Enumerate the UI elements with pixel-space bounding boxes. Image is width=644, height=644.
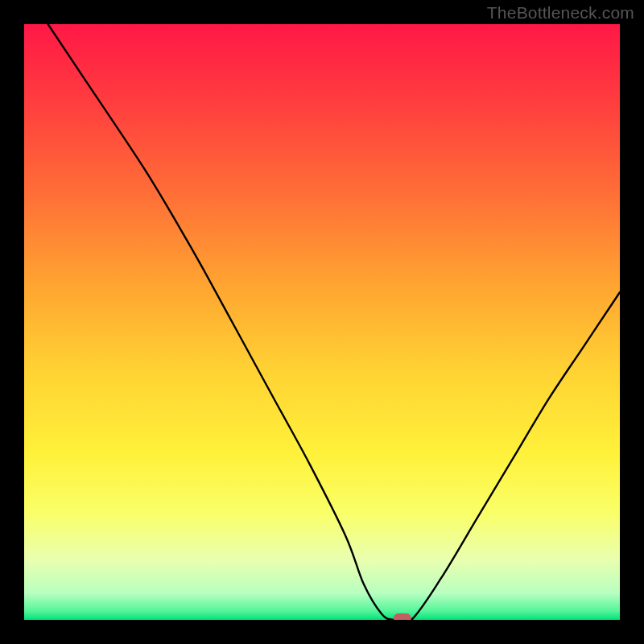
optimal-marker: [394, 613, 411, 620]
watermark-text: TheBottleneck.com: [487, 3, 634, 23]
plot-area: [24, 24, 620, 620]
chart-frame: TheBottleneck.com: [0, 0, 644, 644]
chart-svg: [24, 24, 620, 620]
gradient-background: [24, 24, 620, 620]
